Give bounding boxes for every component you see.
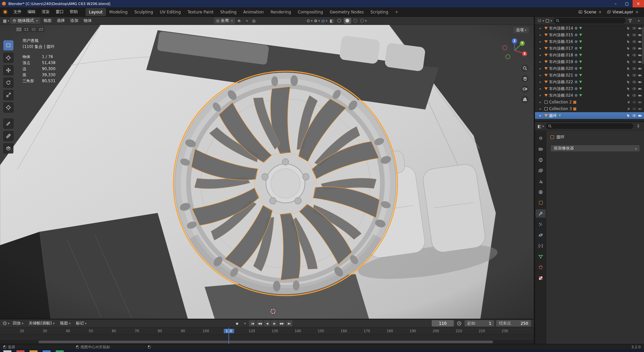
preview-range-clock-icon[interactable] — [456, 320, 463, 326]
outliner-row[interactable]: 车内顶棚.014 — [535, 25, 644, 32]
shading-wireframe-button[interactable] — [336, 18, 343, 24]
workspace-tab[interactable]: Texture Paint — [184, 8, 217, 16]
tab-object[interactable] — [536, 199, 546, 207]
snap-magnet-icon[interactable] — [236, 18, 243, 24]
playback-button[interactable]: ▶| — [286, 320, 292, 326]
tab-particles[interactable] — [536, 220, 546, 228]
minimize-button[interactable]: – — [610, 0, 621, 7]
render-camera-icon[interactable] — [638, 40, 642, 44]
navigation-gizmo[interactable]: Z Y X — [499, 35, 530, 67]
hide-eye-icon[interactable] — [632, 93, 636, 98]
expand-arrow-icon[interactable] — [540, 114, 543, 117]
selectable-icon[interactable] — [626, 73, 631, 78]
properties-editor-type-button[interactable] — [537, 123, 544, 129]
add-workspace-button[interactable]: + — [392, 9, 401, 15]
timeline-scrollbar[interactable] — [0, 340, 534, 344]
outliner-scrollbar[interactable] — [642, 27, 644, 64]
tab-render[interactable] — [536, 145, 546, 153]
hide-eye-icon[interactable] — [632, 80, 636, 84]
hide-eye-icon[interactable] — [632, 73, 636, 78]
transform-orientation-dropdown[interactable]: 全局 — [214, 17, 235, 24]
add-modifier-button[interactable]: 添加修改器 — [550, 145, 640, 152]
expand-arrow-icon[interactable] — [540, 80, 543, 84]
playback-button[interactable]: ▶▶ — [278, 320, 285, 326]
collection-row[interactable]: Collection 3 ✓ — [535, 105, 644, 112]
topbar-menu-item[interactable]: 窗口 — [53, 8, 67, 16]
render-camera-icon[interactable] — [638, 107, 642, 111]
hide-eye-icon[interactable] — [632, 46, 636, 51]
visibility-dropdown[interactable] — [306, 18, 313, 24]
hide-eye-icon[interactable] — [632, 53, 636, 57]
render-camera-icon[interactable] — [638, 60, 642, 64]
tool-rotate[interactable] — [3, 78, 13, 88]
outliner-row[interactable]: 车内顶棚.017 — [535, 45, 644, 52]
outliner-editor-type-button[interactable] — [537, 18, 544, 24]
expand-arrow-icon[interactable] — [540, 100, 543, 104]
hide-eye-icon[interactable] — [632, 114, 636, 118]
tab-physics[interactable] — [536, 231, 546, 239]
properties-search-input[interactable] — [546, 123, 633, 129]
outliner-display-mode-button[interactable] — [545, 18, 552, 24]
hide-eye-icon[interactable] — [632, 33, 636, 37]
render-camera-icon[interactable] — [638, 53, 642, 57]
start-frame-field[interactable]: 起始 1 — [465, 320, 494, 326]
outliner-row[interactable]: 车内顶棚.024 — [535, 92, 644, 99]
outliner-row[interactable]: 车内顶棚.022 — [535, 79, 644, 85]
timeline-menu-item[interactable]: 关键帧(插帧) — [26, 319, 57, 327]
expand-arrow-icon[interactable] — [540, 53, 543, 57]
expand-arrow-icon[interactable] — [540, 33, 543, 37]
unlink-scene-icon[interactable] — [598, 10, 602, 14]
outliner-row[interactable]: 车内顶棚.021 — [535, 72, 644, 79]
expand-arrow-icon[interactable] — [540, 107, 543, 111]
expand-arrow-icon[interactable] — [540, 47, 543, 50]
select-mode-box[interactable] — [23, 27, 30, 32]
selectable-icon[interactable] — [626, 33, 631, 37]
outliner-row[interactable]: 车内顶棚.023 — [535, 85, 644, 92]
tab-object-data[interactable] — [536, 252, 546, 261]
workspace-tab[interactable]: Sculpting — [131, 8, 156, 16]
mode-dropdown[interactable]: 物体模式 — [10, 17, 40, 24]
workspace-tab[interactable]: Compositing — [294, 8, 326, 16]
expand-arrow-icon[interactable] — [540, 87, 543, 90]
tool-move[interactable] — [3, 65, 13, 75]
filter-funnel-icon[interactable] — [627, 18, 634, 24]
tool-transform[interactable] — [3, 102, 13, 113]
selectable-icon[interactable] — [626, 87, 631, 91]
snap-settings-dropdown[interactable] — [243, 18, 250, 24]
xray-toggle[interactable] — [328, 18, 335, 24]
outliner-row[interactable]: 车内顶棚.018 — [535, 52, 644, 58]
perspective-grid-icon[interactable] — [521, 96, 529, 103]
selectable-icon[interactable] — [626, 114, 631, 118]
selectable-icon[interactable] — [626, 60, 631, 64]
outliner-active-row[interactable]: 圆环 — [535, 112, 644, 119]
tab-modifiers[interactable] — [536, 209, 546, 218]
shading-material-button[interactable] — [352, 18, 359, 24]
timeline-ruler[interactable]: 2030405060708090100110120130140150160170… — [0, 327, 534, 335]
selectable-icon[interactable] — [626, 53, 631, 57]
workspace-tab[interactable]: Modeling — [106, 8, 131, 16]
selectable-icon[interactable] — [626, 46, 631, 51]
shading-rendered-button[interactable] — [360, 18, 367, 24]
playback-button[interactable]: |◀ — [249, 320, 256, 326]
hide-eye-icon[interactable] — [632, 67, 636, 71]
timeline-scrollbar-thumb[interactable] — [39, 341, 493, 343]
viewlayer-selector[interactable]: ViewLayer — [605, 9, 641, 15]
tab-view-layer[interactable] — [536, 166, 546, 175]
viewport-menu-item[interactable]: 添加 — [68, 17, 81, 25]
close-button[interactable]: × — [633, 0, 644, 7]
current-frame-field[interactable]: 110 — [432, 320, 454, 326]
render-camera-icon[interactable] — [638, 80, 642, 84]
topbar-menu-item[interactable]: 帮助 — [67, 8, 81, 16]
collection-checkbox[interactable]: ✓ — [627, 107, 631, 111]
select-mode-tweak[interactable] — [15, 27, 22, 32]
selectable-icon[interactable] — [626, 93, 631, 98]
gizmos-dropdown[interactable] — [314, 18, 320, 24]
render-camera-icon[interactable] — [638, 73, 642, 78]
auto-keying-toggle[interactable]: ● — [234, 320, 240, 326]
tab-tool[interactable] — [536, 134, 546, 142]
tab-texture[interactable] — [536, 274, 546, 282]
outliner-row[interactable]: 车内顶棚.015 — [535, 32, 644, 38]
render-camera-icon[interactable] — [638, 87, 642, 91]
hide-eye-icon[interactable] — [632, 26, 636, 31]
expand-arrow-icon[interactable] — [540, 40, 543, 43]
